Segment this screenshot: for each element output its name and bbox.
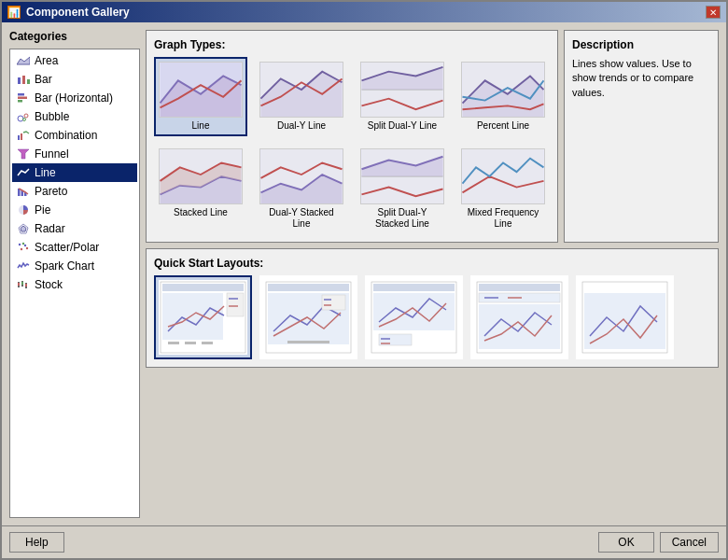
right-area: Graph Types: — [146, 30, 719, 518]
bottom-bar: Help OK Cancel — [2, 525, 726, 558]
sidebar-item-radar[interactable]: Radar — [12, 219, 137, 238]
svg-point-20 — [24, 245, 26, 246]
categories-list: Area Bar Bar (Horizontal) — [9, 49, 140, 518]
graph-thumb-stacked-line — [159, 148, 243, 204]
graph-type-stacked-line[interactable]: Stacked Line — [154, 144, 247, 234]
svg-rect-68 — [373, 284, 455, 291]
graph-thumb-mixed-frequency-line — [461, 148, 545, 204]
funnel-icon — [16, 147, 31, 161]
category-label-spark-chart: Spark Chart — [35, 259, 94, 273]
description-text: Lines show values. Use to show trends or… — [572, 57, 710, 100]
svg-rect-63 — [322, 295, 345, 310]
pie-icon — [16, 203, 31, 217]
graph-thumb-dual-y-line — [259, 62, 343, 118]
svg-rect-62 — [287, 341, 329, 343]
layout-item-3[interactable] — [365, 275, 463, 359]
sidebar-item-bar-horizontal[interactable]: Bar (Horizontal) — [12, 89, 137, 107]
layout-item-1[interactable] — [154, 275, 252, 359]
ok-button[interactable]: OK — [598, 532, 653, 553]
graph-type-dual-y-line[interactable]: Dual-Y Line — [255, 57, 348, 136]
category-label-area: Area — [35, 54, 58, 67]
quickstart-grid — [154, 275, 710, 359]
svg-marker-12 — [18, 149, 29, 159]
graph-type-line[interactable]: Line — [154, 57, 247, 136]
svg-point-8 — [24, 114, 28, 118]
graph-label-split-dual-y-stacked-line: Split Dual-Y Stacked Line — [360, 207, 444, 230]
svg-rect-69 — [373, 293, 455, 330]
layout-thumb-2 — [264, 280, 353, 355]
graph-label-mixed-frequency-line: Mixed Frequency Line — [461, 207, 545, 230]
graph-label-line: Line — [192, 120, 210, 132]
bubble-icon — [16, 109, 31, 124]
graph-thumb-split-dual-y-line — [360, 62, 444, 118]
graph-thumb-split-dual-y-stacked-line — [360, 148, 444, 204]
graph-type-split-dual-y-stacked-line[interactable]: Split Dual-Y Stacked Line — [356, 144, 449, 234]
help-button[interactable]: Help — [9, 532, 64, 553]
graph-thumb-percent-line — [461, 62, 545, 118]
close-button[interactable]: ✕ — [706, 6, 721, 19]
svg-rect-57 — [202, 342, 213, 344]
svg-rect-52 — [227, 293, 244, 316]
main-content: Categories Area Bar — [2, 22, 726, 525]
combination-icon — [16, 128, 31, 143]
titlebar-icon: 📊 — [7, 6, 21, 19]
sidebar-item-bar[interactable]: Bar — [12, 70, 137, 89]
line-icon — [16, 165, 31, 180]
category-label-combination: Combination — [35, 129, 97, 142]
svg-rect-29 — [25, 284, 27, 287]
graph-types-grid: Line D — [154, 57, 550, 234]
sidebar-item-area[interactable]: Area — [12, 51, 137, 70]
sidebar-item-pie[interactable]: Pie — [12, 201, 137, 219]
svg-rect-25 — [18, 283, 20, 286]
graph-type-mixed-frequency-line[interactable]: Mixed Frequency Line — [456, 144, 550, 234]
svg-rect-50 — [162, 284, 244, 291]
sidebar-item-bubble[interactable]: Bubble — [12, 107, 137, 126]
svg-rect-60 — [268, 284, 349, 291]
svg-point-21 — [21, 248, 22, 250]
sidebar-item-pareto[interactable]: Pareto — [12, 182, 137, 201]
graph-type-percent-line[interactable]: Percent Line — [456, 57, 550, 136]
graph-label-dual-y-stacked-line: Dual-Y Stacked Line — [259, 207, 343, 230]
sidebar-item-line[interactable]: Line — [12, 163, 137, 182]
category-label-bar: Bar — [35, 73, 52, 86]
graph-thumb-dual-y-stacked-line — [259, 148, 343, 204]
svg-rect-27 — [21, 282, 23, 285]
graph-types-panel: Graph Types: — [146, 30, 558, 243]
graph-type-split-dual-y-line[interactable]: Split Dual-Y Line — [356, 57, 449, 136]
bar-icon — [16, 72, 31, 87]
pareto-icon — [16, 184, 31, 199]
layout-thumb-5 — [581, 280, 669, 355]
quickstart-panel: Quick Start Layouts: — [146, 248, 719, 368]
category-label-pie: Pie — [35, 203, 50, 217]
radar-icon — [16, 221, 31, 236]
cancel-button[interactable]: Cancel — [660, 532, 719, 553]
top-section: Graph Types: — [146, 30, 719, 243]
titlebar: 📊 Component Gallery ✕ — [2, 2, 726, 22]
sidebar-item-combination[interactable]: Combination — [12, 126, 137, 145]
graph-type-dual-y-stacked-line[interactable]: Dual-Y Stacked Line — [255, 144, 348, 234]
sidebar-item-stock[interactable]: Stock — [12, 275, 137, 294]
layout-item-5[interactable] — [576, 275, 674, 359]
svg-rect-11 — [21, 133, 22, 140]
svg-point-23 — [22, 243, 24, 245]
sidebar-item-funnel[interactable]: Funnel — [12, 145, 137, 163]
svg-rect-47 — [463, 149, 544, 203]
svg-rect-79 — [479, 304, 560, 349]
category-label-bar-horizontal: Bar (Horizontal) — [35, 91, 113, 105]
svg-rect-56 — [185, 342, 196, 344]
svg-rect-75 — [479, 284, 560, 291]
quickstart-label: Quick Start Layouts: — [154, 257, 710, 270]
svg-rect-4 — [18, 93, 24, 96]
svg-rect-55 — [168, 342, 179, 344]
category-label-bubble: Bubble — [35, 110, 69, 123]
layout-item-2[interactable] — [259, 275, 357, 359]
sidebar-item-spark-chart[interactable]: Spark Chart — [12, 257, 137, 275]
svg-point-7 — [18, 116, 23, 121]
layout-thumb-4 — [475, 280, 564, 355]
layout-thumb-1 — [159, 280, 247, 355]
categories-panel: Categories Area Bar — [9, 30, 140, 518]
description-panel: Description Lines show values. Use to sh… — [564, 30, 719, 243]
layout-item-4[interactable] — [470, 275, 568, 359]
svg-rect-5 — [18, 97, 27, 100]
sidebar-item-scatter-polar[interactable]: Scatter/Polar — [12, 238, 137, 257]
